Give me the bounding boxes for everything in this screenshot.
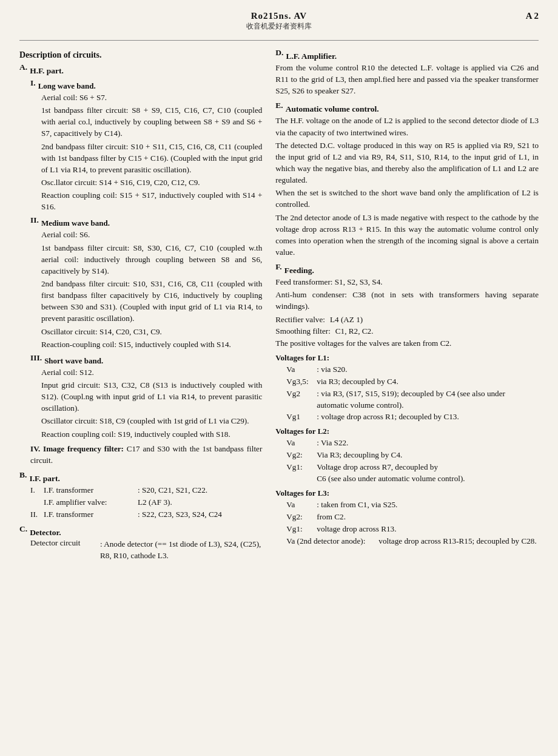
smoothing-row: Smoothing filter: C1, R2, C2. — [275, 325, 539, 337]
if-col2-3: : S22, C23, S23, S24, C24 — [138, 508, 222, 521]
l1-vg35-label: Vg3,5: — [286, 376, 317, 388]
voltages-l1: Voltages for L1: Va : via S20. Vg3,5: vi… — [275, 353, 539, 422]
section-iii-title: Short wave band. — [44, 356, 103, 366]
section-d-p1: From the volume control R10 the detected… — [275, 62, 539, 96]
l3-va-row: Va : taken from C1, via S25. — [286, 499, 539, 511]
l2-vg1-cont: C6 (see also under automatic volume cont… — [317, 473, 539, 484]
if-label-i: I. — [30, 484, 44, 496]
l3-va2-label: Va (2nd detector anode): — [286, 535, 378, 547]
section-f-title: Feeding. — [284, 266, 314, 275]
rectifier-row: Rectifier valve: L4 (AZ 1) — [275, 314, 539, 326]
section-f-p2: Anti-hum condenser: C38 (not in sets wit… — [275, 289, 539, 312]
section-ii-title: Medium wave band. — [41, 218, 110, 228]
voltages-l2-heading: Voltages for L2: — [275, 427, 539, 436]
section-b-title: I.F. part. — [29, 474, 60, 484]
section-ii: II. Medium wave band. Aerial coil: S6. 1… — [30, 215, 262, 349]
l2-va-row: Va : Via S22. — [286, 437, 539, 449]
section-a: A. H.F. part. I. Long wave band. Aerial … — [19, 62, 262, 466]
l3-vg2-val: from C2. — [317, 511, 346, 523]
swb-p4: Reaction coupling coil: S19, inductively… — [41, 428, 262, 440]
section-e-p1: The H.F. voltage on the anode of L2 is a… — [275, 115, 539, 138]
if-row-3: II. I.F. transformer : S22, C23, S23, S2… — [30, 508, 262, 521]
if-label-blank — [30, 496, 44, 508]
detector-table: Detector circuit : Anode detector (== 1s… — [30, 538, 262, 561]
section-i-title: Long wave band. — [38, 81, 96, 91]
mwb-p1: Aerial coil: S6. — [41, 229, 262, 240]
section-iv: IV. Image frequency filter: C17 and S30 … — [30, 443, 262, 466]
section-e-label: E. — [275, 101, 283, 115]
mwb-p2: 1st bandpass filter circuit: S8, S30, C1… — [41, 242, 262, 277]
swb-p3: Oscillator circuit: S18, C9 (coupled wit… — [41, 415, 262, 427]
section-iv-label: IV. — [30, 444, 40, 453]
section-c-title: Detector. — [30, 528, 61, 538]
if-col2-1: : S20, C21, S21, C22. — [138, 484, 207, 496]
if-label-ii: II. — [30, 508, 44, 521]
l1-vg1-row: Vg1 : voltage drop across R1; decoupled … — [286, 411, 539, 422]
main-content: Description of circuits. A. H.F. part. I… — [19, 46, 539, 562]
section-iii: III. Short wave band. Aerial coil: S12. … — [30, 353, 262, 440]
section-d: D. L.F. Amplifier. From the volume contr… — [275, 48, 539, 96]
left-column: Description of circuits. A. H.F. part. I… — [19, 46, 262, 562]
voltages-l1-heading: Voltages for L1: — [275, 353, 539, 363]
lwb-p4: Osc.llator circuit: S14 + S16, C19, C20,… — [41, 177, 262, 188]
right-column: D. L.F. Amplifier. From the volume contr… — [275, 46, 539, 562]
l2-vg2-row: Vg2: Via R3; decoupling by C4. — [286, 449, 539, 461]
l1-va-label: Va — [286, 363, 317, 376]
if-row-2: I.F. amplifier valve: L2 (AF 3). — [30, 496, 262, 508]
l1-va-row: Va : via S20. — [286, 363, 539, 376]
detector-label: Detector circuit — [30, 538, 100, 561]
section-d-label: D. — [275, 48, 283, 62]
if-col1-3: I.F. transformer — [44, 508, 138, 521]
section-e: E. Automatic volume control. The H.F. vo… — [275, 101, 539, 258]
l3-vg1-label: Vg1: — [286, 523, 317, 535]
l3-vg2-label: Vg2: — [286, 511, 317, 523]
l3-vg2-row: Vg2: from C2. — [286, 511, 539, 523]
mwb-p4: Oscillator circuit: S14, C20, C31, C9. — [41, 326, 262, 337]
voltages-l3-rows: Va : taken from C1, via S25. Vg2: from C… — [286, 499, 539, 547]
section-f-label: F. — [275, 262, 281, 276]
swb-p1: Aerial coil: S12. — [41, 366, 262, 378]
voltages-l3: Voltages for L3: Va : taken from C1, via… — [275, 488, 539, 547]
voltages-l2-rows: Va : Via S22. Vg2: Via R3; decoupling by… — [286, 437, 539, 484]
if-col2-2: L2 (AF 3). — [138, 496, 172, 508]
section-i: I. Long wave band. Aerial coil: S6 + S7.… — [30, 78, 262, 212]
section-e-p4: The 2nd detector anode of L3 is made neg… — [275, 212, 539, 258]
lwb-p2: 1st bandpass filter circuit: S8 + S9, C1… — [41, 104, 262, 139]
if-row-1: I. I.F. transformer : S20, C21, S21, C22… — [30, 484, 262, 496]
section-b-label: B. — [19, 470, 27, 484]
l2-vg2-label: Vg2: — [286, 449, 317, 461]
section-f-p1: Feed transformer: S1, S2, S3, S4. — [275, 276, 539, 288]
voltages-l1-rows: Va : via S20. Vg3,5: via R3; decoupled b… — [286, 363, 539, 422]
l2-vg1-label: Vg1: — [286, 461, 317, 473]
l2-vg1-row: Vg1: Voltage drop across R7, decoupled b… — [286, 461, 539, 473]
l2-va-label: Va — [286, 437, 317, 449]
l1-vg35-row: Vg3,5: via R3; decoupled by C4. — [286, 376, 539, 388]
if-col1-1: I.F. transformer — [44, 484, 138, 496]
section-c-label: C. — [19, 524, 27, 538]
page-header: Ro215ns. AV 收音机爱好者资料库 A 2 — [19, 11, 539, 32]
mwb-p5: Reaction-coupling coil: S15, inductively… — [41, 339, 262, 350]
section-c: C. Detector. Detector circuit : Anode de… — [19, 524, 262, 561]
l1-vg2-row: Vg2 : via R3, (S17, S15, S19); decoupled… — [286, 388, 539, 411]
section-b: B. I.F. part. I. I.F. transformer : S20,… — [19, 470, 262, 520]
section-ii-content: Aerial coil: S6. 1st bandpass filter cir… — [41, 229, 262, 349]
l1-vg1-label: Vg1 — [286, 411, 317, 422]
l3-va2-row: Va (2nd detector anode): voltage drop ac… — [286, 535, 539, 547]
section-d-title: L.F. Amplifier. — [286, 52, 337, 61]
l3-vg1-row: Vg1: voltage drop across R13. — [286, 523, 539, 535]
section-f-last: The positive voltages for the valves are… — [275, 337, 539, 349]
detector-value: : Anode detector (== 1st diode of L3), S… — [100, 538, 262, 561]
l1-vg1-val: : voltage drop across R1; decoupled by C… — [317, 411, 539, 422]
voltages-l2: Voltages for L2: Va : Via S22. Vg2: Via … — [275, 427, 539, 484]
page-number: A 2 — [526, 11, 539, 21]
section-i-label: I. — [30, 78, 36, 92]
l2-vg1-val: Voltage drop across R7, decoupled by — [317, 461, 539, 473]
section-i-content: Aerial coil: S6 + S7. 1st bandpass filte… — [41, 92, 262, 212]
section-iii-label: III. — [30, 353, 42, 366]
section-a-title: H.F. part. — [30, 66, 64, 76]
section-iii-content: Aerial coil: S12. Input grid circuit: S1… — [41, 366, 262, 440]
l1-vg2-label: Vg2 — [286, 388, 317, 411]
section-ii-label: II. — [30, 215, 39, 229]
voltages-l3-heading: Voltages for L3: — [275, 488, 539, 498]
main-heading: Description of circuits. — [19, 50, 262, 60]
